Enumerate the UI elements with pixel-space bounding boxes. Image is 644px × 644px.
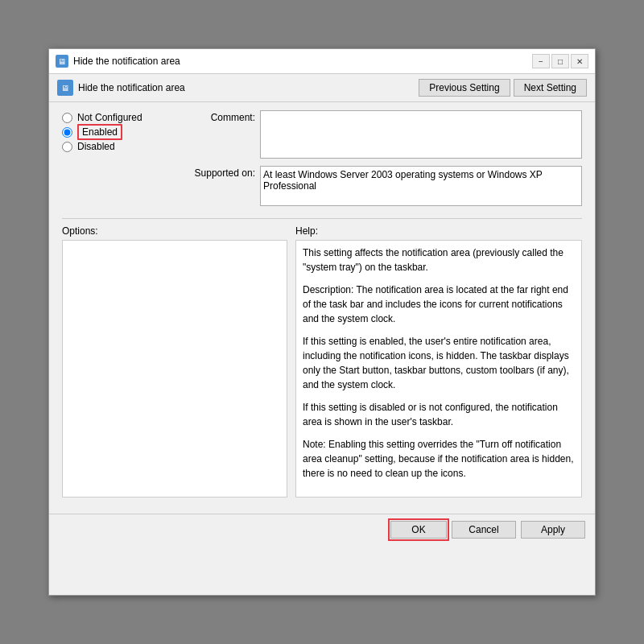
toolbar-buttons: Previous Setting Next Setting [419, 79, 587, 97]
comment-textarea[interactable] [260, 110, 582, 159]
comment-input-container [260, 110, 582, 161]
disabled-radio[interactable] [62, 142, 72, 152]
disabled-option[interactable]: Disabled [62, 139, 191, 154]
not-configured-option[interactable]: Not Configured [62, 110, 191, 125]
divider [62, 218, 582, 219]
help-para-4: If this setting is disabled or is not co… [303, 400, 575, 429]
close-button[interactable]: ✕ [571, 54, 588, 68]
bottom-section: Options: Help: This setting affects the … [62, 225, 582, 497]
comment-label: Comment: [191, 110, 255, 123]
minimize-button[interactable]: − [532, 54, 550, 68]
window-title: Hide the notification area [73, 56, 180, 67]
options-panel: Options: [62, 225, 287, 497]
apply-button[interactable]: Apply [521, 521, 585, 539]
top-rows: Not Configured Enabled Disabled Comment: [62, 110, 582, 208]
title-bar-left: 🖥 Hide the notification area [56, 55, 180, 68]
ok-button[interactable]: OK [390, 521, 447, 539]
enabled-label[interactable]: Enabled [77, 126, 122, 138]
toolbar-left: 🖥 Hide the notification area [57, 80, 185, 96]
main-content: Not Configured Enabled Disabled Comment: [49, 102, 595, 506]
options-label: Options: [62, 225, 287, 237]
right-col: Comment: Supported on: [191, 110, 582, 208]
enabled-label-text: Enabled [77, 124, 122, 140]
title-bar: 🖥 Hide the notification area − □ ✕ [49, 49, 595, 74]
radio-section: Not Configured Enabled Disabled [62, 110, 191, 208]
help-para-1: This setting affects the notification ar… [303, 246, 575, 275]
help-para-2: Description: The notification area is lo… [303, 283, 575, 326]
not-configured-label[interactable]: Not Configured [77, 112, 142, 123]
cancel-button[interactable]: Cancel [452, 521, 516, 539]
supported-on-input-container [260, 166, 582, 208]
maximize-button[interactable]: □ [551, 54, 569, 68]
enabled-radio[interactable] [62, 127, 72, 138]
title-controls: − □ ✕ [532, 54, 588, 68]
window-icon: 🖥 [56, 55, 68, 68]
not-configured-radio[interactable] [62, 113, 72, 123]
enabled-option[interactable]: Enabled [62, 125, 191, 139]
supported-on-label: Supported on: [191, 166, 255, 179]
help-label: Help: [295, 225, 582, 237]
footer: OK Cancel Apply [49, 514, 595, 545]
toolbar-icon: 🖥 [57, 80, 73, 96]
toolbar: 🖥 Hide the notification area Previous Se… [49, 74, 595, 102]
help-box[interactable]: This setting affects the notification ar… [295, 240, 582, 497]
comment-row: Comment: [191, 110, 582, 161]
help-para-3: If this setting is enabled, the user's e… [303, 334, 575, 392]
supported-on-row: Supported on: [191, 166, 582, 208]
next-setting-button[interactable]: Next Setting [514, 79, 587, 97]
supported-on-textarea [260, 166, 582, 206]
disabled-label[interactable]: Disabled [77, 141, 115, 152]
main-window: 🖥 Hide the notification area − □ ✕ 🖥 Hid… [48, 48, 596, 596]
options-box [62, 240, 287, 497]
toolbar-title: Hide the notification area [78, 82, 185, 93]
previous-setting-button[interactable]: Previous Setting [419, 79, 510, 97]
help-panel: Help: This setting affects the notificat… [295, 225, 582, 497]
help-para-5: Note: Enabling this setting overrides th… [303, 437, 575, 481]
